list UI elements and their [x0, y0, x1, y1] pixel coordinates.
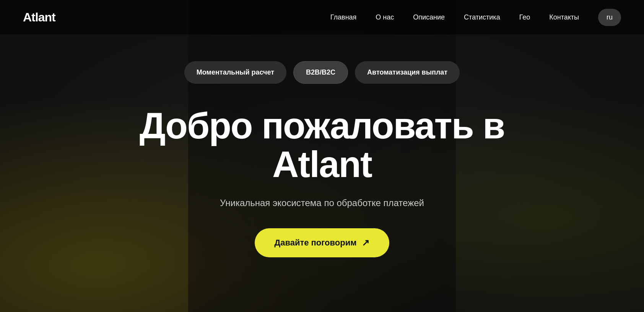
- cta-button[interactable]: Давайте поговорим ↗: [255, 228, 390, 257]
- nav-link-stats[interactable]: Статистика: [464, 13, 500, 21]
- feature-badges: Моментальный расчет B2B/B2C Автоматизаци…: [184, 61, 460, 84]
- main-headline: Добро пожаловать в Atlant: [140, 107, 505, 184]
- nav-item-geo[interactable]: Гео: [519, 13, 530, 21]
- nav-link-about[interactable]: О нас: [376, 13, 394, 21]
- badge-b2b-b2c[interactable]: B2B/B2C: [293, 61, 348, 84]
- logo[interactable]: Atlant: [23, 10, 55, 24]
- hero-section: Моментальный расчет B2B/B2C Автоматизаци…: [0, 34, 644, 257]
- nav-links: Главная О нас Описание Статистика Гео Ко…: [330, 13, 579, 21]
- nav-item-stats[interactable]: Статистика: [464, 13, 500, 21]
- badge-instant-calc[interactable]: Моментальный расчет: [184, 61, 286, 84]
- navbar: Atlant Главная О нас Описание Статистика…: [0, 0, 644, 34]
- badge-auto-payouts[interactable]: Автоматизация выплат: [355, 61, 460, 84]
- nav-link-home[interactable]: Главная: [330, 13, 357, 21]
- headline-line2: Atlant: [140, 145, 505, 184]
- nav-item-about[interactable]: О нас: [376, 13, 394, 21]
- headline-line1: Добро пожаловать в: [140, 107, 505, 145]
- cta-label: Давайте поговорим: [275, 238, 357, 248]
- nav-link-contacts[interactable]: Контакты: [549, 13, 579, 21]
- nav-link-description[interactable]: Описание: [413, 13, 445, 21]
- nav-link-geo[interactable]: Гео: [519, 13, 530, 21]
- nav-item-contacts[interactable]: Контакты: [549, 13, 579, 21]
- nav-item-home[interactable]: Главная: [330, 13, 357, 21]
- hero-subtitle: Уникальная экосистема по обработке плате…: [220, 198, 424, 208]
- cta-arrow-icon: ↗: [362, 237, 369, 248]
- language-button[interactable]: ru: [598, 9, 621, 26]
- nav-item-description[interactable]: Описание: [413, 13, 445, 21]
